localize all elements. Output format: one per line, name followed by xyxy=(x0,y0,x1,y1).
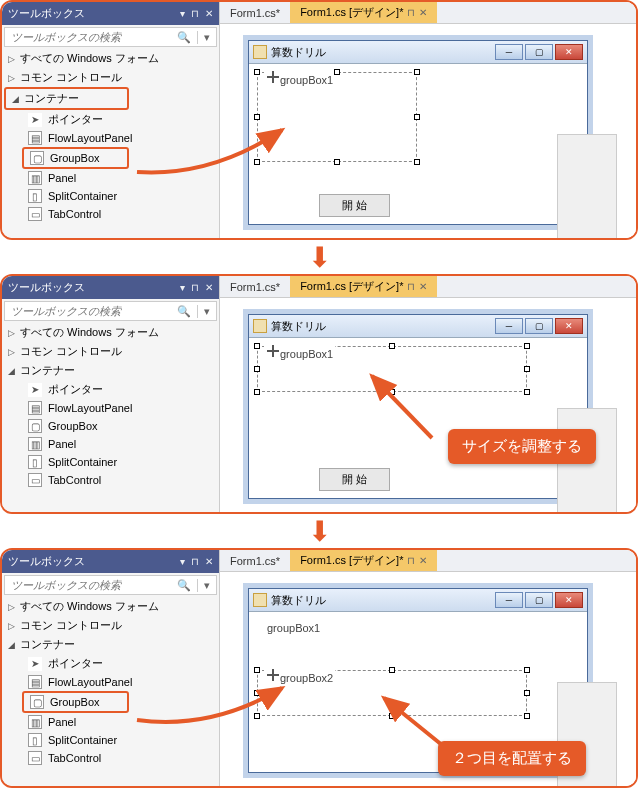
toolbox-item-tabcontrol[interactable]: ▭TabControl xyxy=(2,749,219,767)
resize-handle[interactable] xyxy=(524,389,530,395)
category-all-windows-forms[interactable]: ▷すべての Windows フォーム xyxy=(2,323,219,342)
toolbox-item-tabcontrol[interactable]: ▭TabControl xyxy=(2,471,219,489)
toolbox-item-groupbox[interactable]: ▢GroupBox xyxy=(22,147,129,169)
close-icon[interactable]: ✕ xyxy=(419,555,427,566)
category-all-windows-forms[interactable]: ▷すべての Windows フォーム xyxy=(2,49,219,68)
toolbox-item-panel[interactable]: ▥Panel xyxy=(2,169,219,187)
tab-design[interactable]: Form1.cs [デザイン]*⊓✕ xyxy=(290,550,437,571)
toolbox-item-pointer[interactable]: ➤ポインター xyxy=(2,380,219,399)
groupbox-icon: ▢ xyxy=(30,695,44,709)
toolbox-item-panel[interactable]: ▥Panel xyxy=(2,435,219,453)
groupbox1-designer[interactable]: groupBox1 xyxy=(257,72,417,162)
close-icon[interactable]: ✕ xyxy=(419,7,427,18)
minimize-button[interactable]: ─ xyxy=(495,318,523,334)
caret-right-icon: ▷ xyxy=(6,621,16,631)
minimize-button[interactable]: ─ xyxy=(495,44,523,60)
tab-design[interactable]: Form1.cs [デザイン]*⊓✕ xyxy=(290,2,437,23)
resize-handle[interactable] xyxy=(254,667,260,673)
category-container[interactable]: ◢コンテナー xyxy=(2,361,219,380)
tab-icon: ▭ xyxy=(28,751,42,765)
search-input[interactable] xyxy=(5,302,171,320)
resize-handle[interactable] xyxy=(524,713,530,719)
close-button[interactable]: ✕ xyxy=(555,44,583,60)
start-button[interactable]: 開 始 xyxy=(319,194,390,217)
resize-handle[interactable] xyxy=(389,667,395,673)
maximize-button[interactable]: ▢ xyxy=(525,44,553,60)
pin-icon[interactable]: ⊓ xyxy=(191,556,199,567)
start-button[interactable]: 開 始 xyxy=(319,468,390,491)
category-common-controls[interactable]: ▷コモン コントロール xyxy=(2,68,219,87)
toolbox-item-panel[interactable]: ▥Panel xyxy=(2,713,219,731)
toolbox-item-pointer[interactable]: ➤ポインター xyxy=(2,110,219,129)
toolbox-item-splitcontainer[interactable]: ▯SplitContainer xyxy=(2,731,219,749)
tab-code[interactable]: Form1.cs* xyxy=(220,550,290,571)
toolbox-item-splitcontainer[interactable]: ▯SplitContainer xyxy=(2,187,219,205)
toolbox-item-flowlayoutpanel[interactable]: ▤FlowLayoutPanel xyxy=(2,673,219,691)
tab-code[interactable]: Form1.cs* xyxy=(220,2,290,23)
resize-handle[interactable] xyxy=(524,343,530,349)
pin-icon[interactable]: ⊓ xyxy=(407,281,415,292)
close-icon[interactable]: ✕ xyxy=(205,556,213,567)
resize-handle[interactable] xyxy=(254,114,260,120)
groupbox1-designer[interactable]: groupBox1 xyxy=(257,346,527,392)
resize-handle[interactable] xyxy=(254,343,260,349)
search-input[interactable] xyxy=(5,28,171,46)
dropdown-icon[interactable]: ▾ xyxy=(180,8,185,19)
tab-icon: ▭ xyxy=(28,473,42,487)
search-dropdown-icon[interactable]: ▾ xyxy=(197,305,216,318)
search-input[interactable] xyxy=(5,576,171,594)
toolbox-item-flowlayoutpanel[interactable]: ▤FlowLayoutPanel xyxy=(2,129,219,147)
close-icon[interactable]: ✕ xyxy=(205,8,213,19)
resize-handle[interactable] xyxy=(524,667,530,673)
tab-label: Form1.cs* xyxy=(230,281,280,293)
category-common-controls[interactable]: ▷コモン コントロール xyxy=(2,342,219,361)
resize-handle[interactable] xyxy=(389,389,395,395)
resize-handle[interactable] xyxy=(524,366,530,372)
category-all-windows-forms[interactable]: ▷すべての Windows フォーム xyxy=(2,597,219,616)
resize-handle[interactable] xyxy=(254,690,260,696)
groupbox2-designer[interactable]: groupBox2 xyxy=(257,670,527,716)
toolbox-item-groupbox[interactable]: ▢GroupBox xyxy=(22,691,129,713)
resize-handle[interactable] xyxy=(254,389,260,395)
toolbox-item-splitcontainer[interactable]: ▯SplitContainer xyxy=(2,453,219,471)
resize-handle[interactable] xyxy=(334,69,340,75)
resize-handle[interactable] xyxy=(389,343,395,349)
category-container[interactable]: ◢コンテナー xyxy=(2,635,219,654)
tab-design[interactable]: Form1.cs [デザイン]*⊓✕ xyxy=(290,276,437,297)
resize-handle[interactable] xyxy=(414,114,420,120)
resize-handle[interactable] xyxy=(414,69,420,75)
maximize-button[interactable]: ▢ xyxy=(525,318,553,334)
search-icon[interactable]: 🔍 xyxy=(171,31,197,44)
pin-icon[interactable]: ⊓ xyxy=(191,8,199,19)
toolbox-item-groupbox[interactable]: ▢GroupBox xyxy=(2,417,219,435)
search-icon[interactable]: 🔍 xyxy=(171,579,197,592)
resize-handle[interactable] xyxy=(389,713,395,719)
resize-handle[interactable] xyxy=(524,690,530,696)
close-button[interactable]: ✕ xyxy=(555,592,583,608)
toolbox-item-tabcontrol[interactable]: ▭TabControl xyxy=(2,205,219,223)
category-common-controls[interactable]: ▷コモン コントロール xyxy=(2,616,219,635)
category-container[interactable]: ◢コンテナー xyxy=(4,87,129,110)
resize-handle[interactable] xyxy=(254,366,260,372)
minimize-button[interactable]: ─ xyxy=(495,592,523,608)
search-dropdown-icon[interactable]: ▾ xyxy=(197,31,216,44)
pin-icon[interactable]: ⊓ xyxy=(407,555,415,566)
search-dropdown-icon[interactable]: ▾ xyxy=(197,579,216,592)
maximize-button[interactable]: ▢ xyxy=(525,592,553,608)
resize-handle[interactable] xyxy=(254,159,260,165)
close-button[interactable]: ✕ xyxy=(555,318,583,334)
close-icon[interactable]: ✕ xyxy=(419,281,427,292)
search-icon[interactable]: 🔍 xyxy=(171,305,197,318)
toolbox-item-pointer[interactable]: ➤ポインター xyxy=(2,654,219,673)
resize-handle[interactable] xyxy=(254,713,260,719)
dropdown-icon[interactable]: ▾ xyxy=(180,556,185,567)
tab-code[interactable]: Form1.cs* xyxy=(220,276,290,297)
toolbox-item-flowlayoutpanel[interactable]: ▤FlowLayoutPanel xyxy=(2,399,219,417)
resize-handle[interactable] xyxy=(414,159,420,165)
pin-icon[interactable]: ⊓ xyxy=(191,282,199,293)
resize-handle[interactable] xyxy=(254,69,260,75)
close-icon[interactable]: ✕ xyxy=(205,282,213,293)
resize-handle[interactable] xyxy=(334,159,340,165)
dropdown-icon[interactable]: ▾ xyxy=(180,282,185,293)
pin-icon[interactable]: ⊓ xyxy=(407,7,415,18)
